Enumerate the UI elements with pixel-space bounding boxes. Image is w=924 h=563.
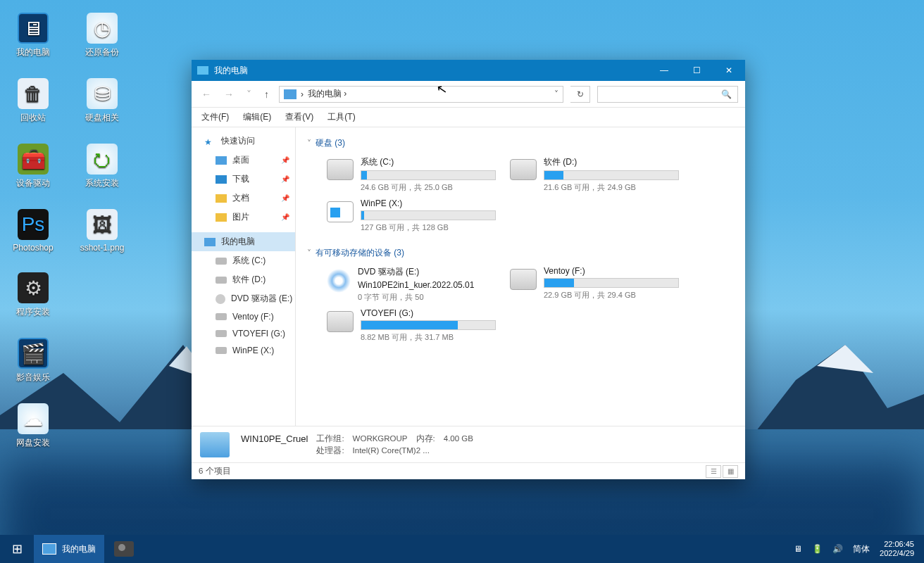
breadcrumb-separator: › xyxy=(301,89,304,99)
address-bar-row: ← → ˅ ↑ › 我的电脑 › ˅ ↻ 🔍 xyxy=(192,81,745,108)
pin-icon: 📌 xyxy=(281,213,289,221)
nav-drive-x[interactable]: WinPE (X:) xyxy=(192,342,295,359)
drive-icon xyxy=(327,159,354,180)
drive-icon xyxy=(327,311,354,332)
taskbar-app-explorer[interactable]: 我的电脑 xyxy=(34,535,104,563)
pc-icon xyxy=(284,89,296,99)
drive-name: WinPE (X:) xyxy=(361,198,496,208)
desktop-icon-cloud-install[interactable]: ☁网盘安装 xyxy=(8,403,58,449)
drive-name: Ventoy (F:) xyxy=(544,266,679,276)
desktop-icon-device-driver[interactable]: 🧰设备驱动 xyxy=(8,144,58,189)
view-thumbnails-button[interactable]: ▦ xyxy=(723,465,738,478)
drive-name: 系统 (C:) xyxy=(361,156,496,168)
desktop-icons-grid: 🖥我的电脑 ◷还原备份 🗑回收站 ⛁硬盘相关 🧰设备驱动 ⭮系统安装 PsPho… xyxy=(8,13,127,449)
taskbar: ⊞ 我的电脑 🖥 🔋 🔊 简体 22:06:45 2022/4/29 xyxy=(0,535,924,563)
search-icon: 🔍 xyxy=(721,89,732,99)
tray-clock[interactable]: 22:06:45 2022/4/29 xyxy=(880,540,914,558)
disk-icon xyxy=(216,277,227,284)
desktop-icon-system-install[interactable]: ⭮系统安装 xyxy=(77,144,127,189)
desktop-icon-recycle-bin[interactable]: 🗑回收站 xyxy=(8,78,58,124)
drive-name: 软件 (D:) xyxy=(544,156,679,168)
window-title: 我的电脑 xyxy=(214,65,248,77)
breadcrumb[interactable]: 我的电脑 › xyxy=(308,88,346,100)
drive-icon xyxy=(510,269,537,290)
disk-icon xyxy=(216,258,227,265)
drive-item[interactable]: 软件 (D:)21.6 GB 可用，共 24.9 GB xyxy=(510,156,679,193)
tray-ime[interactable]: 简体 xyxy=(853,543,870,555)
nav-drive-d[interactable]: 软件 (D:) xyxy=(192,270,295,289)
drive-item[interactable]: DVD 驱动器 (E:)Win10PE2in1_kuer.2022.05.010… xyxy=(327,266,496,303)
drive-name: DVD 驱动器 (E:) xyxy=(358,266,496,278)
nav-forward-button[interactable]: → xyxy=(221,89,237,100)
nav-this-pc[interactable]: 我的电脑 xyxy=(192,232,295,251)
desktop-icon-program-install[interactable]: ⚙程序安装 xyxy=(8,272,58,318)
drive-item[interactable]: VTOYEFI (G:)8.82 MB 可用，共 31.7 MB xyxy=(327,308,496,343)
desktop-icon-photoshop[interactable]: PsPhotoshop xyxy=(8,209,58,253)
drive-item[interactable]: WinPE (X:)127 GB 可用，共 128 GB xyxy=(327,198,496,233)
disk-icon xyxy=(216,313,227,320)
nav-drive-c[interactable]: 系统 (C:) xyxy=(192,251,295,270)
navigation-pane: ★快速访问 桌面📌 下载📌 文档📌 图片📌 我的电脑 系统 (C:) 软件 (D… xyxy=(192,127,296,426)
taskbar-app-camera[interactable] xyxy=(114,541,134,557)
nav-documents[interactable]: 文档📌 xyxy=(192,189,295,208)
desktop-icon-my-computer[interactable]: 🖥我的电脑 xyxy=(8,13,58,58)
close-button[interactable]: ✕ xyxy=(713,60,745,81)
content-pane: ˅ 硬盘 (3)系统 (C:)24.6 GB 可用，共 25.0 GB软件 (D… xyxy=(296,127,745,426)
menu-tools[interactable]: 工具(T) xyxy=(327,111,355,123)
disk-icon xyxy=(216,347,227,354)
nav-desktop[interactable]: 桌面📌 xyxy=(192,151,295,170)
chevron-down-icon: ˅ xyxy=(307,139,311,148)
nav-up-button[interactable]: ↑ xyxy=(261,89,272,100)
nav-downloads[interactable]: 下载📌 xyxy=(192,170,295,189)
window-icon xyxy=(197,66,208,75)
nav-recent-button[interactable]: ˅ xyxy=(244,89,254,100)
nav-drive-g[interactable]: VTOYEFI (G:) xyxy=(192,325,295,342)
tray-volume-icon[interactable]: 🔊 xyxy=(832,544,843,554)
search-input[interactable]: 🔍 xyxy=(597,86,738,103)
menu-file[interactable]: 文件(F) xyxy=(201,111,229,123)
drive-icon xyxy=(510,159,537,180)
drive-item[interactable]: 系统 (C:)24.6 GB 可用，共 25.0 GB xyxy=(327,156,496,193)
drive-meta: 22.9 GB 可用，共 29.4 GB xyxy=(544,290,679,301)
nav-pictures[interactable]: 图片📌 xyxy=(192,208,295,227)
desktop-icon-disk-tools[interactable]: ⛁硬盘相关 xyxy=(77,78,127,124)
desktop-icon xyxy=(216,156,227,165)
refresh-button[interactable]: ↻ xyxy=(570,86,590,103)
desktop-icon-restore-backup[interactable]: ◷还原备份 xyxy=(77,13,127,58)
drive-meta: 24.6 GB 可用，共 25.0 GB xyxy=(361,182,496,193)
drive-meta: 21.6 GB 可用，共 24.9 GB xyxy=(544,182,679,193)
window-titlebar[interactable]: 我的电脑 — ☐ ✕ xyxy=(192,60,745,81)
menu-edit[interactable]: 编辑(E) xyxy=(243,111,271,123)
nav-drive-e[interactable]: DVD 驱动器 (E:) W xyxy=(192,289,295,308)
desktop-icon-media[interactable]: 🎬影音娱乐 xyxy=(8,338,58,384)
tray-network-icon[interactable]: 🖥 xyxy=(794,544,802,554)
desktop-icon-screenshot-file[interactable]: 🖼sshot-1.png xyxy=(77,209,127,253)
tray-battery-icon[interactable]: 🔋 xyxy=(812,544,823,554)
chevron-down-icon: ˅ xyxy=(307,248,311,258)
drive-item[interactable]: Ventoy (F:)22.9 GB 可用，共 29.4 GB xyxy=(510,266,679,303)
nav-back-button[interactable]: ← xyxy=(199,89,214,100)
drive-meta: 8.82 MB 可用，共 31.7 MB xyxy=(361,332,496,343)
computer-image-icon xyxy=(200,432,230,457)
start-button[interactable]: ⊞ xyxy=(0,535,34,563)
drive-meta: 0 字节 可用，共 50 xyxy=(358,292,496,303)
nav-quick-access[interactable]: ★快速访问 xyxy=(192,132,295,151)
menu-bar: 文件(F) 编辑(E) 查看(V) 工具(T) xyxy=(192,108,745,127)
pin-icon: 📌 xyxy=(281,175,289,183)
menu-view[interactable]: 查看(V) xyxy=(285,111,313,123)
minimize-button[interactable]: — xyxy=(648,60,680,81)
drive-group-header[interactable]: ˅ 硬盘 (3) xyxy=(307,133,734,153)
address-bar[interactable]: › 我的电脑 › ˅ xyxy=(279,86,563,103)
chevron-down-icon[interactable]: ˅ xyxy=(554,89,558,99)
maximize-button[interactable]: ☐ xyxy=(680,60,713,81)
pin-icon: 📌 xyxy=(281,156,289,164)
star-icon: ★ xyxy=(204,137,216,146)
drive-meta: 127 GB 可用，共 128 GB xyxy=(361,222,496,233)
nav-drive-f[interactable]: Ventoy (F:) xyxy=(192,308,295,325)
details-pane: WIN10PE_Cruel 工作组: WORKGROUP 内存: 4.00 GB… xyxy=(192,426,745,462)
pin-icon: 📌 xyxy=(281,194,289,202)
view-details-button[interactable]: ☰ xyxy=(706,465,721,478)
computer-name: WIN10PE_Cruel xyxy=(241,434,315,444)
disk-icon xyxy=(216,330,227,337)
drive-group-header[interactable]: ˅ 有可移动存储的设备 (3) xyxy=(307,243,734,263)
